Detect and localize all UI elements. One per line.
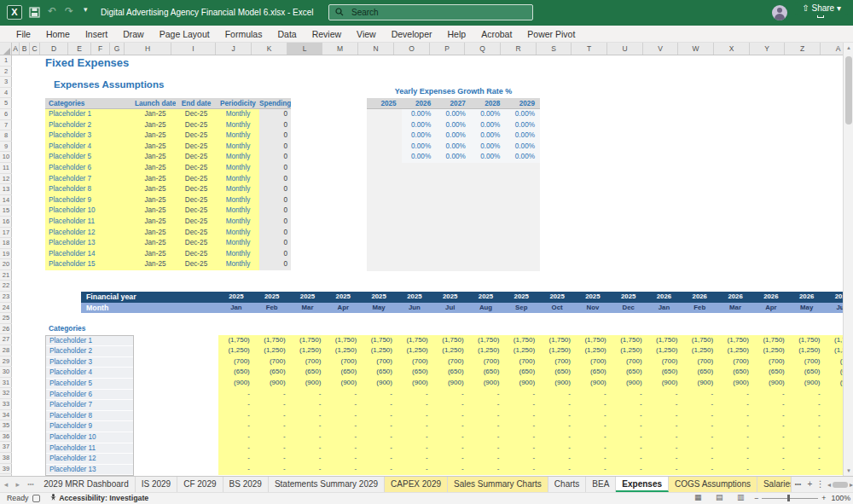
- assumptions-row[interactable]: Placeholder 9Jan-25Dec-25Monthly0: [45, 195, 291, 206]
- row-header-7[interactable]: 7: [0, 120, 12, 131]
- column-header-f[interactable]: F: [91, 43, 110, 55]
- category-list-item[interactable]: Placeholder 7: [46, 400, 133, 411]
- value-row[interactable]: ------------------: [218, 443, 853, 454]
- scroll-up-icon[interactable]: ▲: [844, 43, 853, 53]
- column-header-m[interactable]: M: [322, 43, 358, 55]
- column-header-e[interactable]: E: [68, 43, 91, 55]
- menu-tab-draw[interactable]: Draw: [115, 26, 152, 43]
- zoom-out-icon[interactable]: −: [754, 494, 758, 502]
- assumptions-row[interactable]: Placeholder 2Jan-25Dec-25Monthly0: [45, 120, 291, 131]
- column-header-i[interactable]: I: [171, 43, 216, 55]
- row-header-35[interactable]: 35: [0, 420, 12, 432]
- excel-app-icon[interactable]: X: [7, 5, 22, 20]
- value-row[interactable]: (1,750)(1,750)(1,750)(1,750)(1,750)(1,75…: [218, 335, 853, 346]
- horizontal-scrollbar-thumb[interactable]: [833, 482, 848, 488]
- menu-tab-file[interactable]: File: [9, 26, 38, 43]
- category-list-item[interactable]: Placeholder 10: [46, 432, 133, 443]
- column-header-n[interactable]: N: [358, 43, 394, 55]
- column-header-p[interactable]: P: [430, 43, 465, 55]
- assumptions-row[interactable]: Placeholder 13Jan-25Dec-25Monthly0: [45, 238, 291, 249]
- normal-view-icon[interactable]: ▦: [694, 493, 702, 501]
- row-header-19[interactable]: 19: [0, 249, 12, 260]
- value-row[interactable]: ------------------: [218, 432, 853, 443]
- category-list-item[interactable]: Placeholder 12: [46, 454, 133, 465]
- row-header-20[interactable]: 20: [0, 259, 12, 270]
- row-header-2[interactable]: 2: [0, 67, 12, 78]
- column-header-b[interactable]: B: [20, 43, 30, 55]
- assumptions-row[interactable]: Placeholder 5Jan-25Dec-25Monthly0: [45, 152, 291, 163]
- row-header-8[interactable]: 8: [0, 130, 12, 142]
- sheet-tab-expenses[interactable]: Expenses: [616, 477, 669, 492]
- value-row[interactable]: (700)(700)(700)(700)(700)(700)(700)(700)…: [218, 356, 853, 368]
- assumptions-row[interactable]: Placeholder 8Jan-25Dec-25Monthly0: [45, 184, 291, 195]
- menu-tab-insert[interactable]: Insert: [78, 26, 115, 43]
- row-header-39[interactable]: 39: [0, 464, 12, 475]
- sheet-tab-bea[interactable]: BEA: [586, 477, 616, 492]
- row-header-17[interactable]: 17: [0, 228, 12, 239]
- column-header-o[interactable]: O: [394, 43, 430, 55]
- menu-tab-view[interactable]: View: [349, 26, 384, 43]
- row-header-12[interactable]: 12: [0, 174, 12, 185]
- share-button[interactable]: ⇧ Share ▾: [795, 2, 848, 15]
- sheet-tab-salaries[interactable]: Salaries: [757, 477, 792, 492]
- column-header-t[interactable]: T: [572, 43, 607, 55]
- row-header-34[interactable]: 34: [0, 410, 12, 421]
- category-list-item[interactable]: Placeholder 13: [46, 465, 133, 476]
- value-row[interactable]: ------------------: [218, 389, 853, 400]
- zoom-in-icon[interactable]: +: [821, 494, 826, 502]
- row-header-25[interactable]: 25: [0, 313, 12, 324]
- sheet-tab-cf-2029[interactable]: CF 2029: [177, 477, 223, 492]
- sheet-tab-2029-mrr-dashboard[interactable]: 2029 MRR Dashboard: [38, 477, 136, 492]
- menu-tab-developer[interactable]: Developer: [384, 26, 440, 43]
- column-header-l[interactable]: L: [287, 43, 322, 55]
- accessibility-status[interactable]: Accessibility: Investigate: [49, 494, 148, 502]
- column-header-u[interactable]: U: [607, 43, 643, 55]
- column-header-k[interactable]: K: [252, 43, 287, 55]
- row-header-6[interactable]: 6: [0, 109, 12, 120]
- tab-scroll-right-icon[interactable]: ▸: [12, 477, 24, 492]
- zoom-percentage[interactable]: 100%: [832, 494, 851, 502]
- page-break-view-icon[interactable]: ▥: [737, 493, 745, 501]
- column-header-j[interactable]: J: [216, 43, 252, 55]
- sheet-tab-cogs-assumptions[interactable]: COGS Assumptions: [669, 477, 757, 492]
- growth-row[interactable]: 0.00%0.00%0.00%0.00%: [367, 109, 540, 120]
- undo-icon[interactable]: ↶: [48, 5, 56, 17]
- category-list-item[interactable]: Placeholder 5: [46, 379, 133, 390]
- row-header-30[interactable]: 30: [0, 367, 12, 378]
- row-header-16[interactable]: 16: [0, 217, 12, 228]
- assumptions-row[interactable]: Placeholder 11Jan-25Dec-25Monthly0: [45, 217, 291, 228]
- category-list-item[interactable]: Placeholder 4: [46, 368, 133, 379]
- row-header-31[interactable]: 31: [0, 378, 12, 389]
- value-row[interactable]: ------------------: [218, 399, 853, 410]
- menu-tab-acrobat[interactable]: Acrobat: [473, 26, 519, 43]
- avatar[interactable]: [772, 5, 787, 20]
- row-header-21[interactable]: 21: [0, 270, 12, 281]
- page-layout-view-icon[interactable]: ▤: [716, 493, 723, 501]
- row-header-24[interactable]: 24: [0, 303, 12, 314]
- menu-tab-page-layout[interactable]: Page Layout: [152, 26, 218, 43]
- row-header-9[interactable]: 9: [0, 142, 12, 153]
- assumptions-row[interactable]: Placeholder 6Jan-25Dec-25Monthly0: [45, 163, 291, 174]
- column-header-a[interactable]: A: [12, 43, 20, 55]
- row-header-10[interactable]: 10: [0, 152, 12, 163]
- assumptions-row[interactable]: Placeholder 15Jan-25Dec-25Monthly0: [45, 259, 291, 270]
- row-header-28[interactable]: 28: [0, 345, 12, 356]
- sheet-tab-charts[interactable]: Charts: [548, 477, 586, 492]
- tab-overflow-left-icon[interactable]: •••: [24, 477, 38, 492]
- assumptions-row[interactable]: Placeholder 7Jan-25Dec-25Monthly0: [45, 174, 291, 185]
- qat-dropdown-icon[interactable]: ▾: [84, 5, 88, 14]
- category-list-item[interactable]: Placeholder 3: [46, 357, 133, 368]
- sheet-tab-sales-summary-charts[interactable]: Sales Summary Charts: [448, 477, 548, 492]
- sheet-tab-bs-2029[interactable]: BS 2029: [223, 477, 269, 492]
- row-header-22[interactable]: 22: [0, 281, 12, 292]
- column-header-x[interactable]: X: [714, 43, 750, 55]
- category-list-item[interactable]: Placeholder 1: [46, 336, 133, 347]
- menu-tab-data[interactable]: Data: [270, 26, 304, 43]
- hscroll-left-icon[interactable]: ◂: [827, 481, 831, 489]
- column-header-c[interactable]: C: [30, 43, 40, 55]
- column-header-w[interactable]: W: [678, 43, 714, 55]
- assumptions-row[interactable]: Placeholder 12Jan-25Dec-25Monthly0: [45, 228, 291, 239]
- category-list-item[interactable]: Placeholder 11: [46, 443, 133, 455]
- search-input[interactable]: Search: [328, 4, 533, 20]
- row-header-14[interactable]: 14: [0, 195, 12, 206]
